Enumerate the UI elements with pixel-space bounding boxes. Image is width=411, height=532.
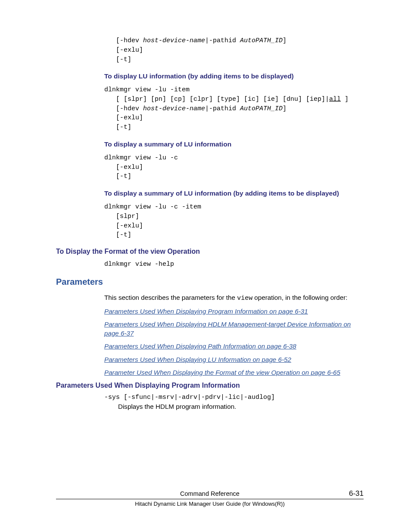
page-footer: Command Reference 6-31 Hitachi Dynamic L… [56, 489, 364, 507]
code-block-view-help: dlnkmgr view -help [104, 260, 364, 269]
code-block-lu-summary-items: dlnkmgr view -lu -c -item [slpr] [-exlu]… [104, 202, 364, 240]
option-sys-syntax: -sys [-sfunc|-msrv|-adrv|-pdrv|-lic|-aud… [104, 394, 364, 401]
footer-chapter: Command Reference [82, 490, 338, 497]
code-block-lu-summary: dlnkmgr view -lu -c [-exlu] [-t] [104, 153, 364, 181]
code-block-lu-info: [-hdev host-device-name|-pathid AutoPATH… [104, 36, 364, 64]
option-sys: -sys [-sfunc|-msrv|-adrv|-pdrv|-lic|-aud… [104, 394, 364, 410]
link-path-info[interactable]: Parameters Used When Displaying Path Inf… [104, 342, 364, 351]
footer-page-number: 6-31 [338, 489, 364, 498]
code-block-lu-info-items: dlnkmgr view -lu -item [ [slpr] [pn] [cp… [104, 85, 364, 132]
heading-parameters: Parameters [56, 277, 364, 287]
option-sys-desc: Displays the HDLM program information. [118, 403, 364, 410]
heading-program-info-params: Parameters Used When Displaying Program … [56, 382, 364, 389]
footer-doc-title: Hitachi Dynamic Link Manager User Guide … [56, 499, 364, 507]
link-view-format[interactable]: Parameter Used When Displaying the Forma… [104, 368, 364, 377]
heading-lu-info-items: To display LU information (by adding ite… [104, 72, 364, 81]
heading-view-format: To Display the Format of the view Operat… [56, 248, 364, 255]
heading-lu-summary-items: To display a summary of LU information (… [104, 189, 364, 198]
link-lu-info[interactable]: Parameters Used When Displaying LU Infor… [104, 355, 364, 364]
parameters-intro: This section describes the parameters fo… [104, 293, 364, 303]
link-hdlm-device-info[interactable]: Parameters Used When Displaying HDLM Man… [104, 320, 364, 338]
heading-lu-summary: To display a summary of LU information [104, 140, 364, 149]
link-program-info[interactable]: Parameters Used When Displaying Program … [104, 307, 364, 316]
